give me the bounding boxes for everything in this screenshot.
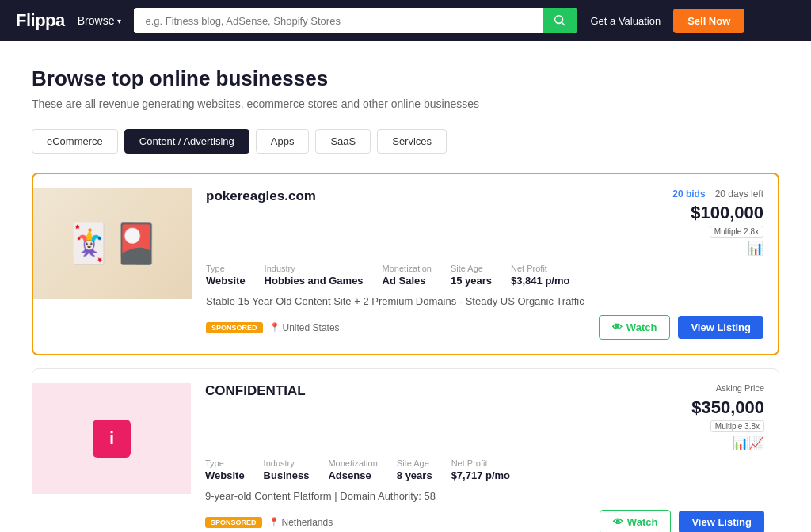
listing-card: i CONFIDENTIAL Asking Price $350,000 Mul… xyxy=(32,368,779,532)
meta-type: Type Website xyxy=(206,264,246,287)
price-area: Asking Price $350,000 Multiple 3.8x 📊📈 xyxy=(661,383,764,450)
page-subtitle: These are all revenue generating website… xyxy=(32,97,779,110)
sponsored-badge: SPONSORED xyxy=(205,517,262,528)
view-listing-button[interactable]: View Listing xyxy=(679,511,764,532)
tab-saas[interactable]: SaaS xyxy=(315,129,371,154)
card-meta: Type Website Industry Business Monetizat… xyxy=(205,458,764,482)
sponsored-badge: SPONSORED xyxy=(206,322,263,333)
card-body: pokereagles.com 20 bids 20 days left $10… xyxy=(206,188,763,340)
card-description: 9-year-old Content Platform | Domain Aut… xyxy=(205,490,764,502)
trend-icons: 📊 xyxy=(661,241,763,256)
listing-card: 🃏🎴 pokereagles.com 20 bids 20 days left … xyxy=(32,173,779,355)
search-button[interactable] xyxy=(543,8,577,33)
price-main: $100,000 xyxy=(661,203,763,223)
search-input[interactable] xyxy=(134,9,543,33)
meta-industry: Industry Business xyxy=(264,458,310,482)
tab-content-advertising[interactable]: Content / Advertising xyxy=(124,129,249,154)
asking-price-label: Asking Price xyxy=(716,383,764,393)
card-footer-right: 👁 Watch View Listing xyxy=(599,315,763,340)
listing-title: CONFIDENTIAL xyxy=(205,383,306,399)
watch-button[interactable]: 👁 Watch xyxy=(599,315,671,340)
meta-net-profit: Net Profit $3,841 p/mo xyxy=(511,264,569,287)
meta-industry: Industry Hobbies and Games xyxy=(265,264,364,287)
logo[interactable]: Flippa xyxy=(16,10,65,31)
trend-icons: 📊📈 xyxy=(661,435,764,450)
tabs: eCommerceContent / AdvertisingAppsSaaSSe… xyxy=(32,129,779,154)
listing-title: pokereagles.com xyxy=(206,188,316,204)
card-footer-left: SPONSORED United States xyxy=(206,322,340,333)
multiple-badge: Multiple 3.8x xyxy=(710,420,764,432)
meta-type: Type Website xyxy=(205,458,245,482)
chevron-down-icon: ▾ xyxy=(117,17,121,25)
view-listing-button[interactable]: View Listing xyxy=(678,316,763,339)
card-body: CONFIDENTIAL Asking Price $350,000 Multi… xyxy=(205,383,764,532)
eye-icon: 👁 xyxy=(613,516,623,528)
card-header: CONFIDENTIAL Asking Price $350,000 Multi… xyxy=(205,383,764,450)
card-footer-left: SPONSORED Netherlands xyxy=(205,517,333,528)
valuation-link[interactable]: Get a Valuation xyxy=(590,15,661,27)
meta-net-profit: Net Profit $7,717 p/mo xyxy=(451,458,510,482)
bids-count: 20 bids xyxy=(672,188,705,200)
meta-monetization: Monetization Adsense xyxy=(328,458,377,482)
meta-site-age: Site Age 15 years xyxy=(451,264,492,287)
page-title: Browse top online businesses xyxy=(32,66,779,91)
card-footer-right: 👁 Watch View Listing xyxy=(600,510,764,532)
card-meta: Type Website Industry Hobbies and Games … xyxy=(206,264,763,287)
navbar: Flippa Browse ▾ Get a Valuation Sell Now xyxy=(0,0,811,41)
multiple-badge: Multiple 2.8x xyxy=(710,226,763,238)
card-footer: SPONSORED Netherlands 👁 Watch View Listi… xyxy=(205,510,764,532)
location-label: United States xyxy=(269,322,340,333)
eye-icon: 👁 xyxy=(612,321,623,333)
listing-image: i xyxy=(32,383,191,494)
meta-monetization: Monetization Ad Sales xyxy=(383,264,432,287)
search-icon xyxy=(554,14,566,27)
card-footer: SPONSORED United States 👁 Watch View Lis… xyxy=(206,315,763,340)
tab-services[interactable]: Services xyxy=(377,129,447,154)
browse-label: Browse xyxy=(78,14,115,27)
listing-image: 🃏🎴 xyxy=(33,188,192,299)
sell-now-button[interactable]: Sell Now xyxy=(673,9,744,33)
search-bar xyxy=(134,8,577,33)
price-area: 20 bids 20 days left $100,000 Multiple 2… xyxy=(661,188,763,256)
listings-container: 🃏🎴 pokereagles.com 20 bids 20 days left … xyxy=(32,173,779,532)
bids-days: 20 bids 20 days left xyxy=(661,188,763,200)
card-description: Stable 15 Year Old Content Site + 2 Prem… xyxy=(206,295,763,307)
location-label: Netherlands xyxy=(268,517,333,528)
tab-ecommerce[interactable]: eCommerce xyxy=(32,129,118,154)
days-left: 20 days left xyxy=(715,188,763,200)
main-content: Browse top online businesses These are a… xyxy=(0,41,811,532)
tab-apps[interactable]: Apps xyxy=(256,129,310,154)
bids-days: Asking Price xyxy=(661,383,764,394)
price-main: $350,000 xyxy=(661,397,764,418)
card-header: pokereagles.com 20 bids 20 days left $10… xyxy=(206,188,763,256)
meta-site-age: Site Age 8 years xyxy=(397,458,432,482)
watch-button[interactable]: 👁 Watch xyxy=(600,510,672,532)
browse-menu[interactable]: Browse ▾ xyxy=(78,14,122,27)
